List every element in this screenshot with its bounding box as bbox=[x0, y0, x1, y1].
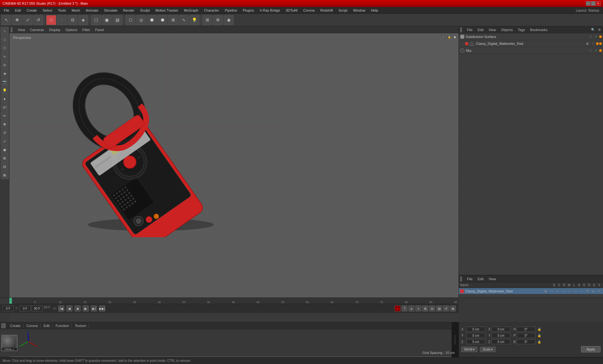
mat-tab-texture[interactable]: Texture bbox=[72, 323, 89, 328]
attr-toggle-9[interactable]: ◈ bbox=[591, 289, 596, 294]
tool-rotate-2[interactable]: ↺ bbox=[1, 129, 9, 137]
tool-effector[interactable]: ⬣ bbox=[157, 15, 167, 25]
coord-y-size[interactable] bbox=[492, 333, 510, 338]
attr-toggle-3[interactable]: ≡ bbox=[555, 289, 560, 294]
tool-rotate[interactable]: ↺ bbox=[33, 15, 43, 25]
tool-edges-mode[interactable]: ⊟ bbox=[68, 15, 78, 25]
om-menu-edit[interactable]: Edit bbox=[476, 28, 485, 32]
coord-lock-p[interactable]: 🔒 bbox=[537, 333, 542, 338]
tool-deform[interactable]: ⬡ bbox=[1, 44, 9, 52]
am-menu-file[interactable]: File bbox=[466, 277, 474, 281]
menu-help[interactable]: Help bbox=[368, 8, 381, 13]
preview-btn[interactable]: ▤ bbox=[436, 305, 442, 312]
clamp-meter-object[interactable] bbox=[57, 62, 232, 237]
minimize-button[interactable]: ─ bbox=[586, 1, 590, 6]
coord-x-pos[interactable] bbox=[466, 327, 485, 332]
menu-sculpt[interactable]: Sculpt bbox=[138, 8, 152, 13]
tool-deformer[interactable]: ⬢ bbox=[147, 15, 157, 25]
tool-object-mode[interactable]: □ bbox=[46, 15, 56, 25]
attr-toggle-10[interactable]: ✕ bbox=[597, 289, 602, 294]
tool-generator[interactable]: ⊞ bbox=[168, 15, 178, 25]
viewport-menu-view[interactable]: View bbox=[16, 28, 26, 32]
menu-mograph[interactable]: MoGraph bbox=[181, 8, 201, 13]
menu-character[interactable]: Character bbox=[201, 8, 221, 13]
tool-live-selection[interactable]: ↖ bbox=[1, 15, 11, 25]
menu-edit[interactable]: Edit bbox=[13, 8, 24, 13]
menu-pipeline[interactable]: Pipeline bbox=[222, 8, 240, 13]
am-menu-view[interactable]: View bbox=[487, 277, 497, 281]
clamp-eye[interactable]: ◉ bbox=[585, 41, 590, 46]
menu-simulate[interactable]: Simulate bbox=[101, 8, 120, 13]
viewport-menu-options[interactable]: Options bbox=[64, 28, 79, 32]
tool-nurbs[interactable]: ⊙ bbox=[1, 61, 9, 69]
object-row[interactable]: Clamp_Digital_Wattmeter_Red ◉ □ bbox=[459, 40, 603, 47]
start-frame-input[interactable] bbox=[19, 306, 31, 311]
tool-cube[interactable]: ⬡ bbox=[125, 15, 135, 25]
tool-scale[interactable]: ⤢ bbox=[23, 15, 33, 25]
coord-z-size[interactable] bbox=[492, 339, 510, 344]
tool-spline[interactable]: ∿ bbox=[179, 15, 189, 25]
tool-material-2[interactable]: ● bbox=[1, 95, 9, 103]
tool-render-region[interactable]: ▢ bbox=[91, 15, 101, 25]
goto-end-btn[interactable]: ▶▶| bbox=[99, 305, 105, 312]
tool-render-picture[interactable]: ▤ bbox=[112, 15, 122, 25]
menu-tools[interactable]: Tools bbox=[55, 8, 68, 13]
motion-path-btn[interactable]: ⌀ bbox=[408, 305, 415, 312]
tool-array[interactable]: ⊠ bbox=[1, 171, 9, 179]
world-button[interactable]: World ▾ bbox=[461, 347, 477, 352]
fcurve-btn[interactable]: ∿ bbox=[415, 305, 421, 312]
tool-scale-2[interactable]: ⤢ bbox=[1, 137, 9, 145]
tool-render-active[interactable]: ▣ bbox=[102, 15, 112, 25]
attr-toggle-8[interactable]: ⚑ bbox=[585, 289, 590, 294]
om-menu-file[interactable]: File bbox=[466, 28, 474, 32]
mat-tab-corona[interactable]: Corona bbox=[24, 323, 41, 328]
keyframe-btn[interactable]: ? bbox=[401, 305, 408, 312]
mat-tab-create[interactable]: Create bbox=[8, 323, 23, 328]
menu-window[interactable]: Window bbox=[350, 8, 368, 13]
loop-btn[interactable]: ↺ bbox=[443, 305, 449, 312]
tool-points-mode[interactable]: · bbox=[57, 15, 67, 25]
coord-p-rot[interactable] bbox=[517, 333, 535, 338]
menu-create[interactable]: Create bbox=[24, 8, 40, 13]
menu-render[interactable]: Render bbox=[121, 8, 137, 13]
clamp-tag[interactable]: □ bbox=[590, 41, 595, 46]
timeline-mode-btn[interactable]: ⊞ bbox=[422, 305, 428, 312]
om-search-icon[interactable]: 🔍 bbox=[590, 27, 595, 32]
menu-file[interactable]: File bbox=[1, 8, 12, 13]
viewport-menu-cameras[interactable]: Cameras bbox=[29, 28, 46, 32]
tool-tag[interactable]: 🏷 bbox=[1, 103, 9, 111]
mat-tab-edit[interactable]: Edit bbox=[41, 323, 52, 328]
sub-tag-icon[interactable]: □ bbox=[588, 34, 593, 39]
menu-corona[interactable]: Corona bbox=[301, 8, 317, 13]
attr-toggle-1[interactable]: ◉ bbox=[543, 289, 548, 294]
viewport-menu-display[interactable]: Display bbox=[48, 28, 62, 32]
attr-toggle-6[interactable]: ○ bbox=[573, 289, 578, 294]
menu-motion-tracker[interactable]: Motion Tracker bbox=[153, 8, 181, 13]
menu-script[interactable]: Script bbox=[336, 8, 350, 13]
om-menu-view[interactable]: View bbox=[487, 28, 497, 32]
viewport-menu-panel[interactable]: Panel bbox=[94, 28, 105, 32]
om-menu-objects[interactable]: Objects bbox=[500, 28, 514, 32]
close-button[interactable]: ✕ bbox=[596, 1, 600, 6]
tool-configure[interactable]: ⚙ bbox=[213, 15, 223, 25]
apply-button[interactable]: Apply bbox=[581, 346, 600, 352]
tool-view-panels[interactable]: ⊞ bbox=[202, 15, 212, 25]
tool-object[interactable]: ○ bbox=[1, 27, 9, 35]
om-menu-tags[interactable]: Tags bbox=[517, 28, 526, 32]
viewport-menu-filter[interactable]: Filter bbox=[81, 28, 91, 32]
am-menu-edit[interactable]: Edit bbox=[476, 277, 485, 281]
coord-lock-h[interactable]: 🔒 bbox=[537, 327, 542, 332]
maximize-button[interactable]: □ bbox=[591, 1, 595, 6]
menu-mesh[interactable]: Mesh bbox=[69, 8, 83, 13]
mat-tab-function[interactable]: Function bbox=[53, 323, 72, 328]
scale-button[interactable]: Scale ▾ bbox=[480, 347, 496, 352]
step-forward-btn[interactable]: ▶| bbox=[91, 305, 97, 312]
stop-btn[interactable]: ■ bbox=[74, 305, 81, 312]
current-frame-input[interactable] bbox=[3, 306, 14, 311]
end-frame-input[interactable] bbox=[31, 306, 43, 311]
sub-check-icon[interactable]: ✓ bbox=[594, 34, 599, 39]
om-settings-icon[interactable]: ⚙ bbox=[597, 27, 602, 32]
sky-check[interactable]: ✓ bbox=[594, 48, 599, 53]
auto-key-btn[interactable]: ⊟ bbox=[429, 305, 435, 312]
sky-tag[interactable]: □ bbox=[588, 48, 593, 53]
